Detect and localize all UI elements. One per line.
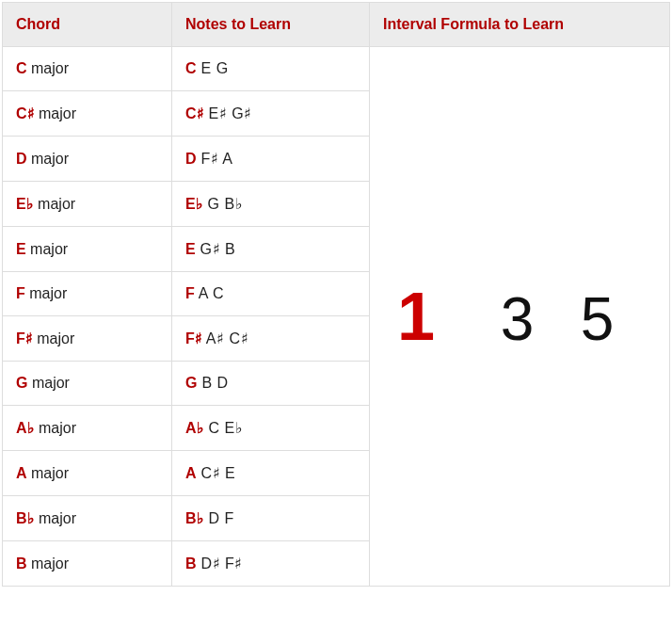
chord-table: Chord Notes to Learn Interval Formula to…: [2, 2, 670, 587]
table-row: C majorC E G135: [3, 47, 670, 91]
notes-root: E♭: [185, 196, 203, 212]
chord-type: major: [27, 151, 69, 167]
chord-type: major: [33, 330, 74, 346]
chord-root: G: [16, 375, 27, 391]
chord-root: D: [16, 151, 27, 167]
notes-root: E: [185, 241, 196, 257]
notes-root: F: [185, 285, 195, 301]
notes-root: G: [185, 375, 197, 391]
notes-root: A♭: [185, 420, 204, 436]
notes-cell: A♭ C E♭: [172, 406, 370, 451]
chord-type: major: [35, 420, 76, 436]
chord-type: major: [25, 285, 67, 301]
chord-cell: F major: [3, 272, 172, 316]
notes-rest: D F: [204, 510, 234, 526]
chord-root: A: [16, 465, 27, 481]
chord-root: E: [16, 241, 26, 257]
chord-cell: E major: [3, 227, 172, 272]
chord-cell: A♭ major: [3, 406, 172, 451]
notes-cell: E♭ G B♭: [172, 182, 370, 227]
notes-rest: G♯ B: [196, 241, 236, 257]
notes-rest: B D: [197, 375, 228, 391]
chord-root: C: [16, 60, 27, 76]
header-chord: Chord: [3, 3, 172, 47]
chord-root: F: [16, 285, 25, 301]
interval-formula-cell: 135: [370, 47, 670, 587]
chord-cell: B major: [3, 541, 172, 587]
chord-type: major: [35, 510, 76, 526]
notes-rest: F♯ A: [197, 151, 233, 167]
notes-root: B: [185, 555, 197, 572]
chord-root: C♯: [16, 105, 35, 121]
chord-type: major: [35, 105, 76, 121]
formula-third: 3: [501, 285, 543, 353]
chord-cell: D major: [3, 137, 172, 182]
chord-type: major: [27, 555, 69, 572]
chord-cell: A major: [3, 451, 172, 496]
notes-rest: A C: [195, 285, 224, 301]
notes-cell: F A C: [172, 272, 370, 316]
notes-rest: D♯ F♯: [197, 555, 243, 572]
chord-cell: G major: [3, 362, 172, 406]
chord-type: major: [27, 60, 69, 76]
notes-cell: E G♯ B: [172, 227, 370, 272]
notes-cell: C♯ E♯ G♯: [172, 91, 370, 137]
notes-rest: C E♭: [204, 420, 244, 436]
chord-type: major: [27, 465, 69, 481]
notes-rest: C♯ E: [197, 465, 236, 481]
chord-cell: F♯ major: [3, 316, 172, 362]
notes-cell: B♭ D F: [172, 496, 370, 541]
chord-cell: B♭ major: [3, 496, 172, 541]
notes-root: F♯: [185, 330, 202, 346]
notes-cell: A C♯ E: [172, 451, 370, 496]
chord-cell: C major: [3, 47, 172, 91]
notes-root: C♯: [185, 105, 204, 121]
notes-cell: G B D: [172, 362, 370, 406]
chord-type: major: [27, 375, 69, 391]
formula-fifth: 5: [581, 285, 623, 353]
notes-cell: D F♯ A: [172, 137, 370, 182]
notes-cell: F♯ A♯ C♯: [172, 316, 370, 362]
chord-root: F♯: [16, 330, 33, 346]
notes-cell: C E G: [172, 47, 370, 91]
notes-rest: G B♭: [203, 196, 244, 212]
notes-rest: A♯ C♯: [202, 330, 248, 346]
notes-rest: E♯ G♯: [204, 105, 252, 121]
chord-root: B♭: [16, 510, 35, 526]
chord-root: E♭: [16, 196, 34, 212]
chord-root: B: [16, 555, 27, 572]
notes-root: C: [185, 60, 197, 76]
chord-root: A♭: [16, 420, 35, 436]
notes-cell: B D♯ F♯: [172, 541, 370, 587]
notes-rest: E G: [197, 60, 229, 76]
notes-root: B♭: [185, 510, 204, 526]
formula-root: 1: [397, 279, 444, 354]
notes-root: D: [185, 151, 197, 167]
header-row: Chord Notes to Learn Interval Formula to…: [3, 3, 670, 47]
notes-root: A: [185, 465, 197, 481]
chord-type: major: [34, 196, 75, 212]
chord-cell: C♯ major: [3, 91, 172, 137]
header-formula: Interval Formula to Learn: [370, 3, 670, 47]
chord-cell: E♭ major: [3, 182, 172, 227]
chord-type: major: [26, 241, 68, 257]
header-notes: Notes to Learn: [172, 3, 370, 47]
